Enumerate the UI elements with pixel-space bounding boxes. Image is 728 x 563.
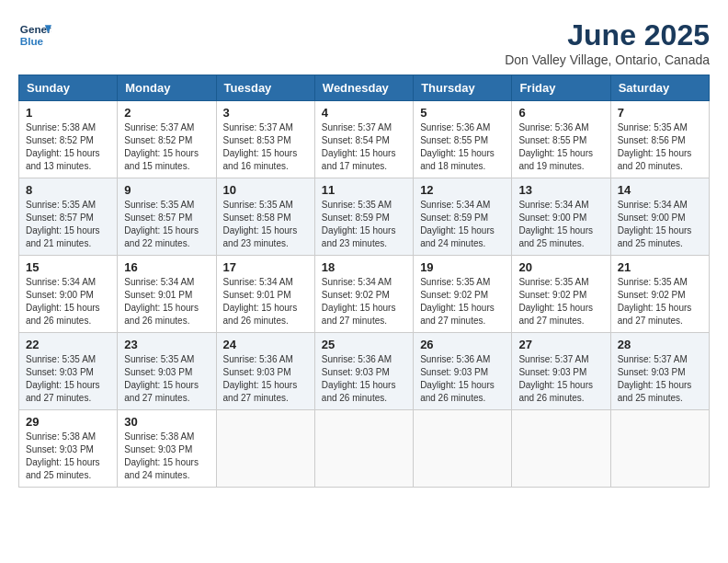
title-area: June 2025 Don Valley Village, Ontario, C… xyxy=(505,18,710,67)
day-number: 28 xyxy=(618,338,702,351)
calendar-cell: 15Sunrise: 5:34 AMSunset: 9:00 PMDayligh… xyxy=(19,256,118,333)
calendar-week-row: 1Sunrise: 5:38 AMSunset: 8:52 PMDaylight… xyxy=(19,101,710,178)
day-number: 17 xyxy=(223,260,308,274)
day-number: 1 xyxy=(26,106,110,120)
location-title: Don Valley Village, Ontario, Canada xyxy=(505,52,710,67)
calendar-cell: 14Sunrise: 5:34 AMSunset: 9:00 PMDayligh… xyxy=(610,178,709,256)
cell-info: Sunrise: 5:34 AMSunset: 9:00 PMDaylight:… xyxy=(26,276,110,327)
day-number: 12 xyxy=(420,183,505,197)
calendar-cell: 20Sunrise: 5:35 AMSunset: 9:02 PMDayligh… xyxy=(512,256,610,333)
calendar-cell xyxy=(216,410,314,488)
cell-info: Sunrise: 5:38 AMSunset: 9:03 PMDaylight:… xyxy=(26,431,110,482)
calendar-week-row: 29Sunrise: 5:38 AMSunset: 9:03 PMDayligh… xyxy=(19,410,710,488)
logo-icon: General Blue xyxy=(18,18,51,52)
calendar-cell: 11Sunrise: 5:35 AMSunset: 8:59 PMDayligh… xyxy=(314,178,413,256)
cell-info: Sunrise: 5:37 AMSunset: 8:52 PMDaylight:… xyxy=(124,121,209,173)
cell-info: Sunrise: 5:36 AMSunset: 9:03 PMDaylight:… xyxy=(322,353,406,405)
calendar-cell: 4Sunrise: 5:37 AMSunset: 8:54 PMDaylight… xyxy=(314,101,413,178)
weekday-header-friday: Friday xyxy=(512,75,610,101)
calendar-cell: 30Sunrise: 5:38 AMSunset: 9:03 PMDayligh… xyxy=(118,410,216,488)
cell-info: Sunrise: 5:36 AMSunset: 8:55 PMDaylight:… xyxy=(420,121,505,173)
day-number: 19 xyxy=(420,260,505,274)
day-number: 10 xyxy=(223,183,308,197)
calendar-cell: 22Sunrise: 5:35 AMSunset: 9:03 PMDayligh… xyxy=(19,333,118,410)
day-number: 9 xyxy=(124,183,209,197)
calendar-week-row: 22Sunrise: 5:35 AMSunset: 9:03 PMDayligh… xyxy=(19,333,710,410)
calendar-cell: 29Sunrise: 5:38 AMSunset: 9:03 PMDayligh… xyxy=(19,410,118,488)
calendar-cell: 2Sunrise: 5:37 AMSunset: 8:52 PMDaylight… xyxy=(118,101,216,178)
calendar-cell: 7Sunrise: 5:35 AMSunset: 8:56 PMDaylight… xyxy=(610,101,709,178)
day-number: 23 xyxy=(124,338,209,351)
calendar-cell: 9Sunrise: 5:35 AMSunset: 8:57 PMDaylight… xyxy=(118,178,216,256)
cell-info: Sunrise: 5:37 AMSunset: 8:53 PMDaylight:… xyxy=(223,121,308,173)
day-number: 21 xyxy=(618,260,702,274)
cell-info: Sunrise: 5:34 AMSunset: 9:02 PMDaylight:… xyxy=(322,276,406,327)
cell-info: Sunrise: 5:34 AMSunset: 8:59 PMDaylight:… xyxy=(420,199,505,250)
cell-info: Sunrise: 5:36 AMSunset: 9:03 PMDaylight:… xyxy=(223,353,308,405)
day-number: 5 xyxy=(420,106,505,120)
day-number: 3 xyxy=(223,106,308,120)
cell-info: Sunrise: 5:38 AMSunset: 9:03 PMDaylight:… xyxy=(124,431,209,482)
calendar-cell: 24Sunrise: 5:36 AMSunset: 9:03 PMDayligh… xyxy=(216,333,314,410)
calendar-cell: 18Sunrise: 5:34 AMSunset: 9:02 PMDayligh… xyxy=(314,256,413,333)
cell-info: Sunrise: 5:35 AMSunset: 8:58 PMDaylight:… xyxy=(223,199,308,250)
calendar-cell: 23Sunrise: 5:35 AMSunset: 9:03 PMDayligh… xyxy=(118,333,216,410)
day-number: 6 xyxy=(518,106,603,120)
logo: General Blue xyxy=(18,18,51,52)
day-number: 7 xyxy=(618,106,702,120)
weekday-header-monday: Monday xyxy=(118,75,216,101)
weekday-header-saturday: Saturday xyxy=(610,75,709,101)
calendar-week-row: 8Sunrise: 5:35 AMSunset: 8:57 PMDaylight… xyxy=(19,178,710,256)
cell-info: Sunrise: 5:35 AMSunset: 9:02 PMDaylight:… xyxy=(518,276,603,327)
calendar-cell: 17Sunrise: 5:34 AMSunset: 9:01 PMDayligh… xyxy=(216,256,314,333)
calendar-cell: 6Sunrise: 5:36 AMSunset: 8:55 PMDaylight… xyxy=(512,101,610,178)
cell-info: Sunrise: 5:34 AMSunset: 9:01 PMDaylight:… xyxy=(124,276,209,327)
weekday-header-wednesday: Wednesday xyxy=(314,75,413,101)
day-number: 20 xyxy=(518,260,603,274)
day-number: 24 xyxy=(223,338,308,351)
calendar-cell xyxy=(610,410,709,488)
cell-info: Sunrise: 5:37 AMSunset: 9:03 PMDaylight:… xyxy=(618,353,702,405)
svg-text:Blue: Blue xyxy=(20,35,44,47)
cell-info: Sunrise: 5:37 AMSunset: 9:03 PMDaylight:… xyxy=(518,353,603,405)
calendar-cell: 12Sunrise: 5:34 AMSunset: 8:59 PMDayligh… xyxy=(414,178,512,256)
cell-info: Sunrise: 5:36 AMSunset: 9:03 PMDaylight:… xyxy=(420,353,505,405)
calendar-cell: 28Sunrise: 5:37 AMSunset: 9:03 PMDayligh… xyxy=(610,333,709,410)
cell-info: Sunrise: 5:38 AMSunset: 8:52 PMDaylight:… xyxy=(26,121,110,173)
calendar-cell: 21Sunrise: 5:35 AMSunset: 9:02 PMDayligh… xyxy=(610,256,709,333)
calendar-cell xyxy=(512,410,610,488)
cell-info: Sunrise: 5:35 AMSunset: 8:57 PMDaylight:… xyxy=(124,199,209,250)
day-number: 18 xyxy=(322,260,406,274)
calendar-cell: 8Sunrise: 5:35 AMSunset: 8:57 PMDaylight… xyxy=(19,178,118,256)
calendar-cell: 16Sunrise: 5:34 AMSunset: 9:01 PMDayligh… xyxy=(118,256,216,333)
day-number: 11 xyxy=(322,183,406,197)
calendar-cell: 25Sunrise: 5:36 AMSunset: 9:03 PMDayligh… xyxy=(314,333,413,410)
day-number: 30 xyxy=(124,415,209,429)
day-number: 29 xyxy=(26,415,110,429)
calendar-cell: 19Sunrise: 5:35 AMSunset: 9:02 PMDayligh… xyxy=(414,256,512,333)
day-number: 16 xyxy=(124,260,209,274)
month-title: June 2025 xyxy=(505,18,710,52)
cell-info: Sunrise: 5:34 AMSunset: 9:01 PMDaylight:… xyxy=(223,276,308,327)
day-number: 25 xyxy=(322,338,406,351)
calendar-cell xyxy=(314,410,413,488)
cell-info: Sunrise: 5:37 AMSunset: 8:54 PMDaylight:… xyxy=(322,121,406,173)
day-number: 27 xyxy=(518,338,603,351)
calendar-cell: 10Sunrise: 5:35 AMSunset: 8:58 PMDayligh… xyxy=(216,178,314,256)
cell-info: Sunrise: 5:35 AMSunset: 8:56 PMDaylight:… xyxy=(618,121,702,173)
day-number: 26 xyxy=(420,338,505,351)
weekday-header-tuesday: Tuesday xyxy=(216,75,314,101)
cell-info: Sunrise: 5:34 AMSunset: 9:00 PMDaylight:… xyxy=(518,199,603,250)
cell-info: Sunrise: 5:36 AMSunset: 8:55 PMDaylight:… xyxy=(518,121,603,173)
cell-info: Sunrise: 5:35 AMSunset: 9:03 PMDaylight:… xyxy=(124,353,209,405)
cell-info: Sunrise: 5:35 AMSunset: 9:03 PMDaylight:… xyxy=(26,353,110,405)
cell-info: Sunrise: 5:35 AMSunset: 8:59 PMDaylight:… xyxy=(322,199,406,250)
day-number: 22 xyxy=(26,338,110,351)
calendar-cell: 3Sunrise: 5:37 AMSunset: 8:53 PMDaylight… xyxy=(216,101,314,178)
page-header: General Blue June 2025 Don Valley Villag… xyxy=(18,18,710,67)
cell-info: Sunrise: 5:35 AMSunset: 8:57 PMDaylight:… xyxy=(26,199,110,250)
day-number: 14 xyxy=(618,183,702,197)
day-number: 13 xyxy=(518,183,603,197)
weekday-header-row: SundayMondayTuesdayWednesdayThursdayFrid… xyxy=(19,75,710,101)
calendar-cell: 13Sunrise: 5:34 AMSunset: 9:00 PMDayligh… xyxy=(512,178,610,256)
